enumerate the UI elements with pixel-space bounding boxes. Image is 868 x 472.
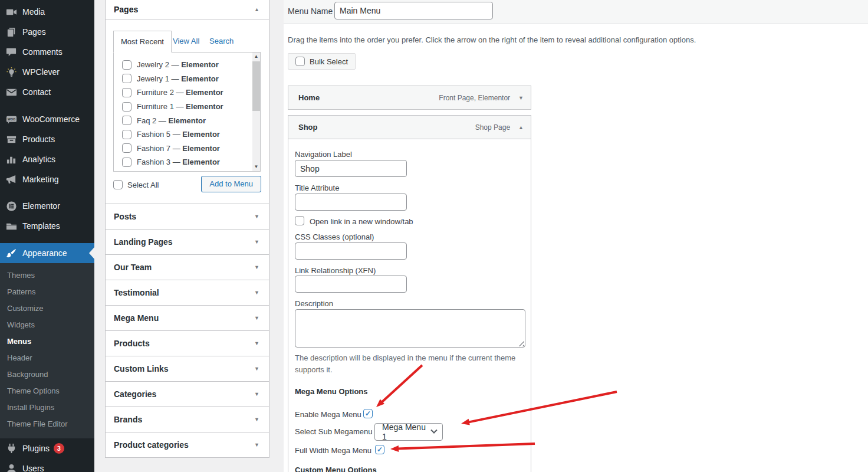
- tab-view-all[interactable]: View All: [173, 37, 199, 45]
- submenu-item-background[interactable]: Background: [0, 366, 94, 383]
- xfn-input[interactable]: [295, 276, 407, 293]
- accordion-brands[interactable]: Brands▼: [106, 407, 269, 432]
- submenu-item-themes[interactable]: Themes: [0, 267, 94, 284]
- scrollbar-thumb[interactable]: [252, 61, 260, 111]
- page-list-item[interactable]: ✓Fashion 5 — Elementor: [114, 127, 260, 142]
- sidebar-item-marketing[interactable]: Marketing: [0, 169, 94, 189]
- menu-name-label: Menu Name: [288, 6, 333, 16]
- accordion-product-categories[interactable]: Product categories▼: [106, 432, 269, 457]
- submenu-item-header[interactable]: Header: [0, 350, 94, 366]
- description-textarea[interactable]: [295, 309, 525, 348]
- open-new-tab-checkbox[interactable]: ✓: [295, 216, 304, 225]
- custom-menu-options-heading: Custom Menu Options: [295, 466, 377, 472]
- title-attribute-input[interactable]: [295, 194, 407, 211]
- accordion-categories[interactable]: Categories▼: [106, 381, 269, 407]
- accordion-landing-pages[interactable]: Landing Pages▼: [106, 229, 269, 254]
- expand-arrow-icon: ▼: [254, 315, 259, 321]
- title-attribute-label: Title Attribute: [295, 183, 339, 192]
- sidebar-item-plugins[interactable]: Plugins 3: [0, 438, 94, 458]
- sidebar-item-label: Media: [22, 7, 45, 17]
- sidebar-item-analytics[interactable]: Analytics: [0, 149, 94, 169]
- add-to-menu-button[interactable]: Add to Menu: [201, 176, 261, 192]
- media-icon: [5, 6, 18, 18]
- page-checkbox[interactable]: ✓: [122, 60, 131, 70]
- page-checkbox[interactable]: ✓: [122, 102, 131, 112]
- page-list-item[interactable]: ✓Fashion 3 — Elementor: [114, 155, 260, 169]
- page-list-item[interactable]: ✓Jewelry 1 — Elementor: [114, 72, 260, 86]
- bulk-select-button[interactable]: ✓ Bulk Select: [288, 53, 356, 70]
- sidebar-item-woocommerce[interactable]: WOO WooCommerce: [0, 109, 94, 129]
- menu-name-input[interactable]: [334, 2, 493, 19]
- list-scrollbar[interactable]: ▲ ▼: [252, 53, 260, 171]
- submenu-item-widgets[interactable]: Widgets: [0, 317, 94, 333]
- sidebar-item-elementor[interactable]: Elementor: [0, 196, 94, 216]
- sidebar-item-users[interactable]: Users: [0, 458, 94, 472]
- submenu-item-theme-file-editor[interactable]: Theme File Editor: [0, 416, 94, 432]
- lightbulb-icon: [5, 66, 18, 78]
- sidebar-item-label: Templates: [22, 221, 60, 231]
- select-sub-megamenu-label: Select Sub Megamenu: [295, 427, 373, 436]
- accordion-mega-menu[interactable]: Mega Menu▼: [106, 305, 269, 330]
- page-checkbox[interactable]: ✓: [122, 74, 131, 83]
- page-list-item[interactable]: ✓Furniture 1 — Elementor: [114, 100, 260, 114]
- accordion-our-team[interactable]: Our Team▼: [106, 254, 269, 280]
- sub-megamenu-select[interactable]: Mega Menu 1: [374, 423, 443, 441]
- plugin-icon: [5, 442, 18, 454]
- full-width-mega-menu-checkbox[interactable]: ✓: [375, 445, 384, 454]
- bar-chart-icon: [5, 153, 18, 165]
- pages-checklist: ✓Jewelry 2 — Elementor ✓Jewelry 1 — Elem…: [113, 52, 261, 172]
- menu-item-shop[interactable]: Shop Shop Page ▲: [288, 115, 531, 139]
- sidebar-item-comments[interactable]: Comments: [0, 42, 94, 62]
- sidebar-item-label: Contact: [22, 87, 51, 97]
- submenu-item-theme-options[interactable]: Theme Options: [0, 383, 94, 399]
- submenu-item-menus[interactable]: Menus: [0, 333, 94, 350]
- select-all-label: Select All: [127, 181, 159, 189]
- page-list-item[interactable]: ✓Fashion 7 — Elementor: [114, 142, 260, 156]
- page-checkbox[interactable]: ✓: [122, 116, 131, 125]
- accordion-products[interactable]: Products▼: [106, 330, 269, 356]
- collapse-arrow-icon[interactable]: ▲: [254, 6, 259, 12]
- tab-search[interactable]: Search: [209, 37, 234, 45]
- enable-mega-menu-checkbox[interactable]: ✓: [363, 409, 373, 418]
- bulk-select-checkbox[interactable]: ✓: [295, 57, 305, 66]
- drag-instructions: Drag the items into the order you prefer…: [288, 35, 830, 44]
- page-checkbox[interactable]: ✓: [122, 143, 131, 153]
- collapse-arrow-icon[interactable]: ▲: [518, 124, 524, 130]
- page-list-item[interactable]: ✓Furniture 2 — Elementor: [114, 86, 260, 100]
- sidebar-item-products[interactable]: Products: [0, 129, 94, 149]
- page-checkbox[interactable]: ✓: [122, 158, 131, 167]
- submenu-item-install-plugins[interactable]: Install Plugins: [0, 399, 94, 416]
- expand-arrow-icon[interactable]: ▼: [518, 95, 524, 101]
- sidebar-item-appearance[interactable]: Appearance: [0, 243, 94, 263]
- accordion-custom-links[interactable]: Custom Links▼: [106, 356, 269, 381]
- submenu-item-customize[interactable]: Customize: [0, 300, 94, 317]
- sidebar-item-templates[interactable]: Templates: [0, 216, 94, 236]
- sidebar-item-wpclever[interactable]: WPClever: [0, 62, 94, 82]
- css-classes-input[interactable]: [295, 242, 407, 260]
- page-checkbox[interactable]: ✓: [122, 130, 131, 139]
- accordion-posts[interactable]: Posts▼: [106, 204, 269, 229]
- elementor-icon: [5, 200, 18, 212]
- user-icon: [5, 463, 18, 472]
- scroll-up-icon[interactable]: ▲: [252, 53, 260, 61]
- expand-arrow-icon: ▼: [254, 391, 259, 397]
- sidebar-item-media[interactable]: Media: [0, 2, 94, 22]
- sidebar-item-pages[interactable]: Pages: [0, 22, 94, 42]
- page-list-item[interactable]: ✓Jewelry 2 — Elementor: [114, 58, 260, 72]
- sidebar-item-contact[interactable]: Contact: [0, 82, 94, 102]
- page-list-item[interactable]: ✓Faq 2 — Elementor: [114, 113, 260, 127]
- sidebar-item-label: Comments: [22, 47, 63, 57]
- envelope-icon: [5, 86, 18, 98]
- pages-section-header[interactable]: Pages ▲: [106, 0, 269, 19]
- submenu-item-patterns[interactable]: Patterns: [0, 284, 94, 300]
- tab-most-recent[interactable]: Most Recent: [113, 31, 172, 53]
- sub-megamenu-value: Mega Menu 1: [382, 422, 432, 441]
- scroll-down-icon[interactable]: ▼: [252, 163, 260, 171]
- pages-section-title: Pages: [114, 5, 138, 14]
- navigation-label-input[interactable]: [295, 160, 407, 177]
- page-checkbox[interactable]: ✓: [122, 88, 131, 97]
- sidebar-item-label: Elementor: [22, 201, 60, 211]
- accordion-testimonial[interactable]: Testimonial▼: [106, 280, 269, 305]
- menu-item-home[interactable]: Home Front Page, Elementor ▼: [288, 86, 531, 110]
- select-all-checkbox[interactable]: ✓: [113, 180, 123, 189]
